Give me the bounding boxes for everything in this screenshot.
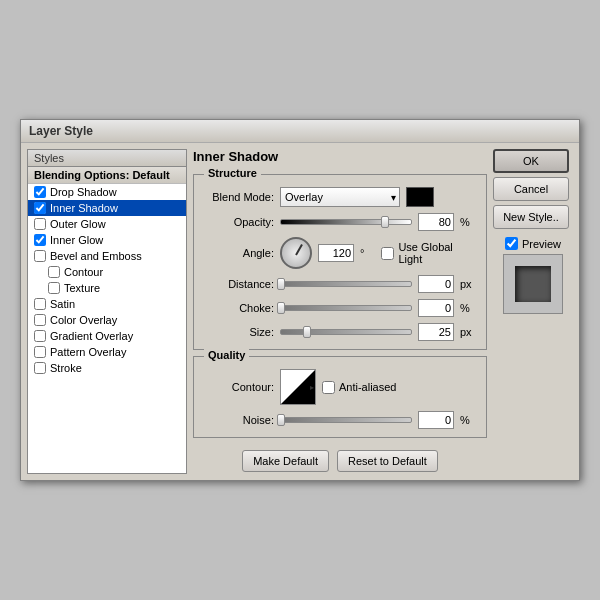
pattern-overlay-label: Pattern Overlay — [50, 346, 126, 358]
preview-text: Preview — [522, 238, 561, 250]
choke-slider[interactable] — [280, 305, 412, 311]
buttons-panel: OK Cancel New Style.. Preview — [493, 149, 573, 474]
use-global-light-text: Use Global Light — [398, 241, 476, 265]
opacity-label: Opacity: — [204, 216, 274, 228]
use-global-light-label[interactable]: Use Global Light — [381, 241, 476, 265]
satin-checkbox[interactable] — [34, 298, 46, 310]
angle-indicator — [295, 244, 303, 255]
bevel-emboss-checkbox[interactable] — [34, 250, 46, 262]
anti-aliased-checkbox[interactable] — [322, 381, 335, 394]
dialog-body: Styles Blending Options: Default Drop Sh… — [21, 143, 579, 480]
blend-mode-select[interactable]: Overlay Normal Multiply Screen — [280, 187, 400, 207]
angle-dial[interactable] — [280, 237, 312, 269]
outer-glow-checkbox[interactable] — [34, 218, 46, 230]
blend-mode-select-wrapper[interactable]: Overlay Normal Multiply Screen — [280, 187, 400, 207]
distance-slider[interactable] — [280, 281, 412, 287]
sidebar-item-inner-shadow[interactable]: Inner Shadow — [28, 200, 186, 216]
sidebar-item-gradient-overlay[interactable]: Gradient Overlay — [28, 328, 186, 344]
preview-label[interactable]: Preview — [505, 237, 561, 250]
noise-input[interactable] — [418, 411, 454, 429]
angle-row: Angle: ° Use Global Light — [204, 237, 476, 269]
preview-section: Preview — [493, 237, 573, 314]
size-label: Size: — [204, 326, 274, 338]
texture-checkbox[interactable] — [48, 282, 60, 294]
layer-style-dialog: Layer Style Styles Blending Options: Def… — [20, 119, 580, 481]
reset-to-default-button[interactable]: Reset to Default — [337, 450, 438, 472]
blending-options-label: Blending Options: Default — [34, 169, 170, 181]
sidebar-item-drop-shadow[interactable]: Drop Shadow — [28, 184, 186, 200]
noise-row: Noise: % — [204, 411, 476, 429]
new-style-button[interactable]: New Style.. — [493, 205, 569, 229]
choke-row: Choke: % — [204, 299, 476, 317]
bevel-emboss-label: Bevel and Emboss — [50, 250, 142, 262]
make-default-button[interactable]: Make Default — [242, 450, 329, 472]
opacity-thumb — [381, 216, 389, 228]
contour-thumbnail[interactable]: ▸ — [280, 369, 316, 405]
choke-input[interactable] — [418, 299, 454, 317]
angle-input[interactable] — [318, 244, 354, 262]
blend-mode-row: Blend Mode: Overlay Normal Multiply Scre… — [204, 187, 476, 207]
stroke-label: Stroke — [50, 362, 82, 374]
size-slider[interactable] — [280, 329, 412, 335]
texture-label: Texture — [64, 282, 100, 294]
angle-unit: ° — [360, 247, 375, 259]
dialog-titlebar: Layer Style — [21, 120, 579, 143]
inner-glow-checkbox[interactable] — [34, 234, 46, 246]
sidebar-item-texture[interactable]: Texture — [28, 280, 186, 296]
pattern-overlay-checkbox[interactable] — [34, 346, 46, 358]
sidebar-item-blending[interactable]: Blending Options: Default — [28, 167, 186, 184]
inner-shadow-checkbox[interactable] — [34, 202, 46, 214]
contour-label: Contour — [64, 266, 103, 278]
gradient-overlay-label: Gradient Overlay — [50, 330, 133, 342]
distance-unit: px — [460, 278, 476, 290]
gradient-overlay-checkbox[interactable] — [34, 330, 46, 342]
styles-panel: Styles Blending Options: Default Drop Sh… — [27, 149, 187, 474]
sidebar-item-pattern-overlay[interactable]: Pattern Overlay — [28, 344, 186, 360]
bottom-buttons: Make Default Reset to Default — [193, 444, 487, 474]
satin-label: Satin — [50, 298, 75, 310]
size-thumb — [303, 326, 311, 338]
structure-content: Blend Mode: Overlay Normal Multiply Scre… — [194, 175, 486, 349]
preview-inner — [515, 266, 551, 302]
opacity-row: Opacity: % — [204, 213, 476, 231]
opacity-unit: % — [460, 216, 476, 228]
sidebar-item-color-overlay[interactable]: Color Overlay — [28, 312, 186, 328]
noise-thumb — [277, 414, 285, 426]
opacity-input[interactable] — [418, 213, 454, 231]
stroke-checkbox[interactable] — [34, 362, 46, 374]
contour-arrow: ▸ — [310, 383, 314, 392]
color-overlay-checkbox[interactable] — [34, 314, 46, 326]
noise-slider[interactable] — [280, 417, 412, 423]
ok-button[interactable]: OK — [493, 149, 569, 173]
size-input[interactable] — [418, 323, 454, 341]
distance-row: Distance: px — [204, 275, 476, 293]
drop-shadow-label: Drop Shadow — [50, 186, 117, 198]
contour-label: Contour: — [204, 381, 274, 393]
size-unit: px — [460, 326, 476, 338]
sidebar-item-satin[interactable]: Satin — [28, 296, 186, 312]
choke-thumb — [277, 302, 285, 314]
sidebar-item-contour[interactable]: Contour — [28, 264, 186, 280]
color-swatch[interactable] — [406, 187, 434, 207]
noise-label: Noise: — [204, 414, 274, 426]
opacity-slider[interactable] — [280, 219, 412, 225]
styles-list: Blending Options: Default Drop Shadow In… — [27, 166, 187, 474]
quality-title: Quality — [204, 349, 249, 361]
sidebar-item-stroke[interactable]: Stroke — [28, 360, 186, 376]
section-heading: Inner Shadow — [193, 149, 487, 168]
quality-section: Quality Contour: ▸ — [193, 356, 487, 438]
anti-aliased-label[interactable]: Anti-aliased — [322, 381, 396, 394]
cancel-button[interactable]: Cancel — [493, 177, 569, 201]
drop-shadow-checkbox[interactable] — [34, 186, 46, 198]
sidebar-item-inner-glow[interactable]: Inner Glow — [28, 232, 186, 248]
distance-input[interactable] — [418, 275, 454, 293]
quality-content: Contour: ▸ Anti-aliased — [194, 357, 486, 437]
sidebar-item-outer-glow[interactable]: Outer Glow — [28, 216, 186, 232]
sidebar-item-bevel-emboss[interactable]: Bevel and Emboss — [28, 248, 186, 264]
angle-label: Angle: — [204, 247, 274, 259]
contour-row: Contour: ▸ Anti-aliased — [204, 369, 476, 405]
choke-label: Choke: — [204, 302, 274, 314]
preview-checkbox[interactable] — [505, 237, 518, 250]
use-global-light-checkbox[interactable] — [381, 247, 394, 260]
contour-checkbox[interactable] — [48, 266, 60, 278]
